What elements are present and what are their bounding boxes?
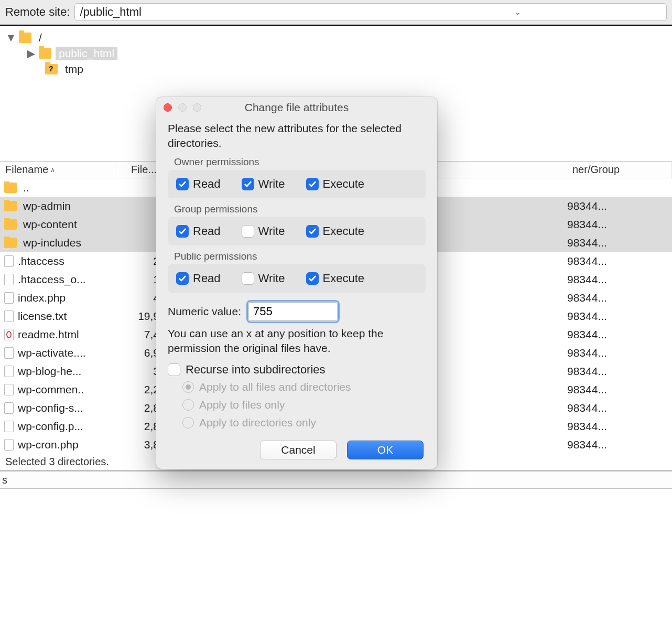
file-name: wp-blog-he... — [18, 365, 81, 378]
file-name: wp-includes — [23, 237, 81, 249]
file-name: readme.html — [18, 328, 79, 341]
radio-apply-files: Apply to files only — [182, 399, 426, 411]
checkbox[interactable] — [242, 178, 254, 190]
file-size: 6,9 — [115, 347, 162, 359]
file-name: index.php — [18, 292, 66, 304]
owner-permissions: ReadWriteExecute — [168, 170, 426, 198]
file-icon — [4, 292, 14, 304]
chevron-down-icon[interactable]: ⌄ — [372, 8, 664, 16]
file-name: .htaccess — [18, 255, 64, 267]
public-execute-check[interactable]: Execute — [306, 272, 365, 285]
column-owner[interactable]: ner/Group — [567, 162, 672, 178]
dialog-titlebar: Change file attributes — [156, 97, 437, 118]
dialog-instruction: Please select the new attributes for the… — [168, 121, 426, 151]
radio-apply-all: Apply to all files and directories — [182, 381, 426, 393]
public-permissions: ReadWriteExecute — [168, 264, 426, 293]
public-read-check[interactable]: Read — [176, 272, 221, 285]
disclosure-right-icon[interactable]: ▶ — [25, 47, 37, 60]
public-write-check[interactable]: Write — [242, 272, 285, 285]
folder-icon — [4, 238, 17, 248]
file-size: 7,4 — [115, 328, 162, 341]
radio-icon — [182, 417, 194, 428]
radio-icon — [182, 381, 194, 393]
sort-ascending-icon: ∧ — [50, 166, 55, 174]
change-attributes-dialog: Change file attributes Please select the… — [156, 97, 437, 469]
group-read-check[interactable]: Read — [176, 224, 221, 238]
zoom-icon — [193, 103, 201, 112]
remote-path-combo[interactable]: /public_html ⌄ — [74, 3, 667, 21]
file-owner: 98344... — [567, 273, 672, 286]
checkbox[interactable] — [306, 225, 319, 238]
file-size: 4 — [115, 292, 162, 304]
tree-root-label: / — [36, 31, 45, 45]
ok-button[interactable]: OK — [347, 441, 424, 459]
column-filename[interactable]: Filename ∧ — [0, 162, 115, 178]
radio-apply-dirs: Apply to directories only — [182, 416, 426, 429]
checkbox[interactable] — [242, 272, 254, 285]
file-icon — [4, 310, 14, 322]
file-size: 3 — [115, 365, 162, 378]
checkbox[interactable] — [242, 225, 254, 238]
numeric-value-label: Numeric value: — [168, 305, 241, 318]
cancel-button[interactable]: Cancel — [260, 441, 337, 459]
file-name: wp-admin — [23, 200, 71, 212]
file-size: 1 — [115, 273, 162, 286]
file-name: wp-content — [23, 218, 77, 231]
file-icon — [4, 255, 14, 267]
owner-write-check[interactable]: Write — [242, 177, 285, 191]
bottom-strip: s — [0, 471, 672, 489]
group-execute-check[interactable]: Execute — [306, 224, 365, 238]
owner-read-check[interactable]: Read — [176, 177, 221, 191]
file-icon — [4, 384, 14, 395]
disclosure-down-icon[interactable]: ▼ — [5, 31, 17, 44]
file-owner: 98344... — [567, 200, 672, 212]
remote-site-label: Remote site: — [5, 5, 70, 19]
file-owner: 98344... — [567, 383, 672, 396]
file-name: license.txt — [18, 310, 67, 323]
file-icon — [4, 274, 14, 285]
close-icon[interactable] — [164, 103, 172, 112]
file-owner: 98344... — [567, 420, 672, 433]
group-permissions: ReadWriteExecute — [168, 217, 426, 245]
file-size: 3,8 — [115, 438, 162, 451]
checkbox[interactable] — [176, 178, 189, 190]
tree-item-public-html[interactable]: ▶ public_html — [2, 46, 670, 61]
file-name: wp-cron.php — [18, 438, 79, 451]
column-filesize[interactable]: File... — [115, 162, 162, 178]
file-name: wp-activate.... — [18, 347, 86, 359]
folder-icon — [4, 201, 17, 211]
folder-icon — [39, 48, 51, 59]
remote-path-value: /public_html — [80, 5, 372, 19]
file-owner: 98344... — [567, 218, 672, 231]
tree-item-tmp[interactable]: ? tmp — [2, 61, 670, 77]
file-icon — [4, 421, 14, 432]
file-owner: 98344... — [567, 310, 672, 323]
minimize-icon — [178, 103, 187, 112]
file-size: 19,9 — [115, 310, 162, 323]
radio-icon — [182, 399, 194, 411]
remote-site-bar: Remote site: /public_html ⌄ — [0, 0, 672, 25]
owner-execute-check[interactable]: Execute — [306, 177, 365, 191]
numeric-value-input[interactable] — [248, 302, 338, 321]
group-write-check[interactable]: Write — [242, 224, 285, 238]
checkbox[interactable] — [176, 272, 189, 285]
file-size: 2 — [115, 255, 162, 267]
folder-icon — [4, 219, 17, 230]
tree-root-row[interactable]: ▼ / — [2, 30, 670, 46]
file-icon — [4, 402, 14, 414]
folder-icon — [19, 33, 31, 43]
folder-unknown-icon: ? — [45, 64, 58, 74]
checkbox[interactable] — [176, 225, 189, 238]
recurse-label: Recurse into subdirectories — [186, 363, 326, 377]
file-name: wp-config.p... — [18, 420, 83, 433]
recurse-checkbox[interactable] — [168, 363, 180, 376]
file-owner: 98344... — [567, 328, 672, 341]
file-size: 2,8 — [115, 402, 162, 414]
checkbox[interactable] — [306, 272, 319, 285]
checkbox[interactable] — [306, 178, 319, 190]
tree-item-label: tmp — [62, 62, 86, 76]
file-owner: 98344... — [567, 255, 672, 267]
file-owner: 98344... — [567, 438, 672, 451]
file-icon — [4, 347, 14, 359]
file-name: .htaccess_o... — [18, 273, 86, 286]
